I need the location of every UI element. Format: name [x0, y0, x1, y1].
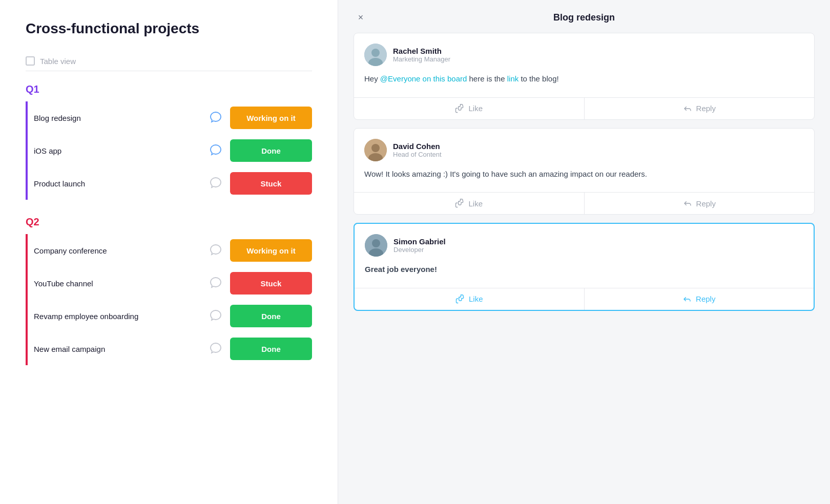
status-badge-working[interactable]: Working on it — [230, 239, 312, 262]
project-row[interactable]: Company conference Working on it — [26, 234, 312, 267]
project-row[interactable]: Product launch Stuck — [26, 167, 312, 200]
like-label: Like — [468, 199, 483, 208]
chat-icon[interactable] — [208, 110, 224, 126]
page-title: Cross-functional projects — [26, 20, 312, 37]
author-info: Rachel Smith Marketing Manager — [393, 47, 450, 63]
chat-icon[interactable] — [208, 275, 224, 291]
project-name: Product launch — [34, 179, 208, 188]
comment-author-row: Simon Gabriel Developer — [365, 234, 803, 257]
project-name: Blog redesign — [34, 114, 208, 122]
q1-project-list: Blog redesign Working on it iOS app Done… — [26, 101, 312, 200]
avatar — [364, 139, 387, 161]
table-view-row[interactable]: Table view — [26, 51, 312, 71]
svg-point-1 — [371, 49, 380, 57]
comment-author-row: David Cohen Head of Content — [364, 139, 804, 161]
close-button[interactable]: × — [354, 10, 368, 25]
comment-body: Simon Gabriel Developer Great job everyo… — [355, 224, 814, 288]
project-name: iOS app — [34, 146, 208, 155]
comment-card: David Cohen Head of Content Wow! It look… — [354, 128, 815, 215]
status-badge-stuck[interactable]: Stuck — [230, 272, 312, 295]
q1-label: Q1 — [26, 83, 312, 95]
right-panel: × Blog redesign Rachel Smith Marketing M… — [338, 0, 830, 504]
comment-text: Hey @Everyone on this board here is the … — [364, 73, 804, 85]
svg-point-4 — [371, 144, 380, 152]
author-role: Marketing Manager — [393, 55, 450, 63]
comment-text: Great job everyone! — [365, 264, 803, 276]
reply-label: Reply — [696, 295, 715, 303]
q2-project-list: Company conference Working on it YouTube… — [26, 234, 312, 365]
comment-author-row: Rachel Smith Marketing Manager — [364, 44, 804, 66]
reply-label: Reply — [696, 199, 716, 208]
status-badge-done[interactable]: Done — [230, 139, 312, 162]
comment-card-active: Simon Gabriel Developer Great job everyo… — [354, 223, 815, 311]
project-row[interactable]: YouTube channel Stuck — [26, 267, 312, 300]
chat-icon[interactable] — [208, 308, 224, 324]
status-badge-stuck[interactable]: Stuck — [230, 172, 312, 195]
svg-point-7 — [372, 239, 380, 247]
reply-button[interactable]: Reply — [585, 193, 815, 214]
project-row[interactable]: Blog redesign Working on it — [26, 101, 312, 134]
project-row[interactable]: Revamp employee onboarding Done — [26, 300, 312, 332]
q2-label: Q2 — [26, 216, 312, 228]
comment-body: David Cohen Head of Content Wow! It look… — [354, 129, 814, 193]
chat-icon[interactable] — [208, 242, 224, 259]
table-view-checkbox[interactable] — [26, 56, 35, 66]
comment-bold-text: Great job everyone! — [365, 265, 437, 274]
blog-link[interactable]: link — [507, 74, 519, 83]
project-row[interactable]: New email campaign Done — [26, 332, 312, 365]
comment-card: Rachel Smith Marketing Manager Hey @Ever… — [354, 33, 815, 120]
chat-icon[interactable] — [208, 175, 224, 192]
like-label: Like — [469, 295, 483, 303]
author-info: Simon Gabriel Developer — [393, 237, 446, 254]
panel-title: Blog redesign — [553, 12, 615, 23]
avatar — [364, 44, 387, 66]
mention: @Everyone on this board — [380, 74, 467, 83]
like-button[interactable]: Like — [354, 98, 585, 119]
author-info: David Cohen Head of Content — [393, 142, 442, 158]
panel-header: × Blog redesign — [354, 10, 815, 33]
status-badge-working[interactable]: Working on it — [230, 107, 312, 129]
reply-button[interactable]: Reply — [585, 288, 814, 310]
comment-actions: Like Reply — [354, 97, 814, 119]
like-button[interactable]: Like — [354, 193, 585, 214]
reply-label: Reply — [696, 104, 716, 113]
project-name: Company conference — [34, 246, 208, 255]
author-role: Developer — [393, 246, 446, 254]
left-panel: Cross-functional projects Table view Q1 … — [0, 0, 338, 504]
project-row[interactable]: iOS app Done — [26, 134, 312, 167]
project-name: Revamp employee onboarding — [34, 312, 208, 321]
author-name: David Cohen — [393, 142, 442, 151]
comment-actions: Like Reply — [355, 288, 814, 310]
status-badge-done[interactable]: Done — [230, 338, 312, 360]
comment-actions: Like Reply — [354, 192, 814, 214]
reply-button[interactable]: Reply — [585, 98, 815, 119]
chat-icon[interactable] — [208, 142, 224, 159]
status-badge-done[interactable]: Done — [230, 305, 312, 327]
author-name: Rachel Smith — [393, 47, 450, 55]
author-role: Head of Content — [393, 151, 442, 158]
project-name: New email campaign — [34, 345, 208, 353]
project-name: YouTube channel — [34, 279, 208, 288]
like-button[interactable]: Like — [355, 288, 585, 310]
table-view-label: Table view — [40, 57, 76, 66]
avatar — [365, 234, 387, 257]
comment-text: Wow! It looks amazing :) It's going to h… — [364, 169, 804, 180]
comment-body: Rachel Smith Marketing Manager Hey @Ever… — [354, 33, 814, 97]
chat-icon[interactable] — [208, 341, 224, 357]
like-label: Like — [468, 104, 483, 113]
author-name: Simon Gabriel — [393, 237, 446, 246]
